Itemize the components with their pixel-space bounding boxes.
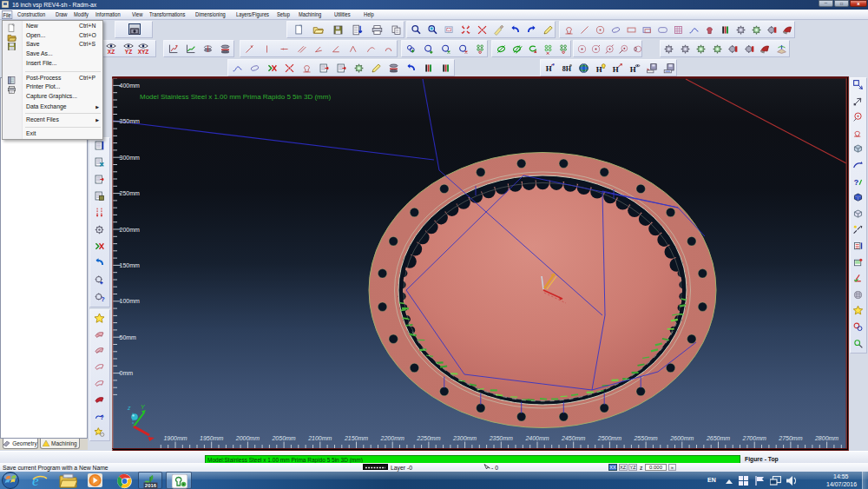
svg-text:350mm: 350mm [120,118,141,124]
svg-text:H: H [546,63,552,72]
svg-text:2100mm: 2100mm [307,435,332,441]
svg-text:XYZ: XYZ [138,49,149,55]
svg-text:2400mm: 2400mm [524,435,549,441]
svg-text:150mm: 150mm [120,262,141,268]
svg-text:2300mm: 2300mm [452,435,477,441]
svg-text:2016: 2016 [145,483,157,488]
svg-text:2650mm: 2650mm [706,435,730,441]
svg-text:2050mm: 2050mm [271,435,295,441]
svg-text:XZ: XZ [108,49,115,55]
svg-text:2600mm: 2600mm [669,435,694,441]
svg-text:2200mm: 2200mm [380,435,404,441]
svg-text:400mm: 400mm [120,83,141,89]
svg-text:2350mm: 2350mm [489,435,513,441]
svg-text:1950mm: 1950mm [200,435,223,441]
svg-text:Model Stainless Steel x 1.00 m: Model Stainless Steel x 1.00 mm Prima Ra… [140,93,331,101]
svg-text:e: e [32,472,39,489]
svg-text:H: H [613,64,619,73]
svg-text:2450mm: 2450mm [561,435,585,441]
svg-text:?: ? [100,413,104,421]
svg-text:H: H [629,64,635,73]
svg-text:0mm: 0mm [120,370,134,376]
svg-text:?: ? [101,295,105,302]
svg-text:250mm: 250mm [120,190,141,196]
svg-text:100mm: 100mm [120,298,141,304]
svg-text:300mm: 300mm [120,155,141,161]
svg-text:2000mm: 2000mm [235,435,260,441]
svg-text:2700mm: 2700mm [742,435,766,441]
svg-text:YZ: YZ [125,49,132,55]
svg-text:1900mm: 1900mm [163,435,187,441]
svg-text:2250mm: 2250mm [416,435,440,441]
svg-text:2150mm: 2150mm [344,435,368,441]
svg-text:?: ? [854,178,858,187]
svg-text:z: z [127,405,131,411]
svg-text:200mm: 200mm [120,227,141,233]
svg-text:2750mm: 2750mm [778,435,802,441]
svg-text:50mm: 50mm [120,334,137,340]
svg-text:H: H [595,64,602,73]
svg-text:2550mm: 2550mm [633,435,657,441]
svg-text:2800mm: 2800mm [814,435,838,441]
svg-text:2500mm: 2500mm [597,435,621,441]
